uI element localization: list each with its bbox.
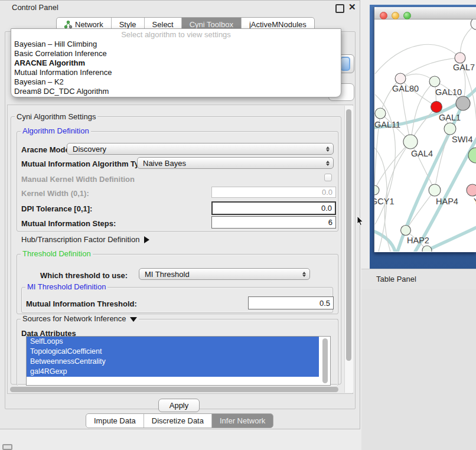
group-title: Threshold Definition [21,250,93,257]
algorithm-option[interactable]: Bayesian – K2 [11,77,341,87]
which-threshold-combo[interactable]: MI Threshold [139,268,310,280]
kernel-width-input[interactable] [211,187,336,198]
minimize-traffic-light[interactable] [392,12,399,19]
expanded-arrow-icon [130,317,137,322]
float-window-icon[interactable] [335,4,344,13]
node-label: GAL1 [439,113,461,122]
bottom-tabs: Impute Data Discretize Data Infer Networ… [86,413,273,428]
network-node[interactable] [401,226,411,236]
group-title: Cyni Algorithm Settings [15,113,97,120]
aracne-mode-label: Aracne Mode: [21,145,72,154]
algorithm-option[interactable]: ARACNE Algorithm [11,58,341,68]
network-node[interactable] [403,135,418,149]
network-node[interactable] [455,53,465,63]
network-tree-icon [64,21,72,28]
sources-group-toggle[interactable]: Sources for Network Inference [21,315,139,322]
combo-stepper-focused[interactable] [340,57,350,71]
which-threshold-label: Which threshold to use: [40,271,128,280]
tab-discretize-data[interactable]: Discretize Data [144,414,211,428]
network-edge [374,231,395,252]
algorithm-option[interactable]: Mutual Information Inference [11,68,341,77]
node-label: GAL4 [411,149,433,158]
table-panel-body: ⚙ ☑☑ ☐☐ shared... name YDL19...YDL19...1… [361,289,476,450]
node-label: GAL11 [374,120,400,129]
attribute-list-item[interactable]: gal4RGexp [27,367,319,377]
manual-kernel-width-label: Manual Kernel Width Definition [21,175,135,184]
network-node[interactable] [429,76,440,87]
aracne-mode-combo[interactable]: Discovery [67,143,334,155]
control-panel-window: Control Panel ✕ Network Style Select [0,0,360,429]
panel-collapse-button[interactable] [2,444,12,450]
tab-impute-data[interactable]: Impute Data [86,414,144,428]
hub-definition-toggle[interactable]: Hub/Transcription Factor Definition [21,235,149,244]
mi-steps-input[interactable] [211,216,336,229]
dpi-tolerance-input[interactable] [211,201,336,215]
close-traffic-light[interactable] [380,12,387,19]
mi-algorithm-type-label: Mutual Information Algorithm Type: [21,159,151,168]
horizontal-scrollbar-thumb[interactable] [10,387,338,392]
network-node[interactable] [375,108,386,119]
algorithm-dropdown-list: Bayesian – Hill ClimbingBasic Correlatio… [11,40,341,96]
mi-algorithm-type-combo[interactable]: Naive Bayes [137,157,334,169]
mouse-cursor [357,216,365,227]
network-node[interactable] [444,123,456,135]
dpi-tolerance-label: DPI Tolerance [0,1]: [21,204,92,213]
apply-button[interactable]: Apply [158,399,200,412]
collapsed-arrow-icon [144,236,149,243]
node-label: GCY1 [374,197,395,206]
network-edge [425,227,476,252]
tab-infer-network[interactable]: Infer Network [211,414,273,428]
network-edge [400,58,460,79]
node-label: HAP2 [407,236,429,245]
group-title: MI Threshold Definition [25,283,107,291]
stepper-icon [324,145,331,154]
network-node[interactable] [395,73,406,84]
network-canvas-svg: GAL7GAL80GAL10GAL1GAL11SWI4GAL4GCY1HAP4Y… [374,19,476,252]
data-attributes-list: SelfLoopsTopologicalCoefficientBetweenne… [26,336,331,386]
table-panel-title: Table Panel [376,275,416,283]
network-view-window: GAL7GAL80GAL10GAL1GAL11SWI4GAL4GCY1HAP4Y… [374,7,476,252]
mi-steps-label: Mutual Information Steps: [21,219,116,228]
control-panel-title: Control Panel [12,3,58,12]
network-node[interactable] [374,185,379,195]
attribute-list-item[interactable]: BetweennessCentrality [27,357,319,367]
network-canvas[interactable]: GAL7GAL80GAL10GAL1GAL11SWI4GAL4GCY1HAP4Y… [374,19,476,252]
network-node[interactable] [456,96,470,110]
node-label: GAL7 [453,63,475,72]
manual-kernel-width-checkbox[interactable] [324,174,332,181]
table-panel-header: Table Panel [361,269,476,289]
node-label: GAL80 [392,84,419,93]
mi-threshold-input[interactable] [248,296,334,309]
network-window-titlebar[interactable] [374,7,476,19]
dropdown-placeholder: Select algorithm to view settings [11,29,341,40]
attribute-list-item[interactable]: TopologicalCoefficient [27,347,319,357]
vertical-scrollbar-thumb[interactable] [346,109,351,361]
network-node[interactable] [431,102,442,113]
close-icon[interactable]: ✕ [348,2,356,12]
node-label: GAL10 [435,87,462,97]
node-label: SWI4 [452,135,472,144]
stepper-icon [301,270,307,279]
network-node[interactable] [429,184,441,196]
node-label: HAP4 [436,197,458,206]
group-title: Algorithm Definition [21,127,91,135]
kernel-width-label: Kernel Width (0,1): [21,189,89,198]
network-node[interactable] [467,184,476,196]
mi-threshold-label: Mutual Information Threshold: [26,299,137,308]
algorithm-option[interactable]: Basic Correlation Inference [11,49,341,58]
algorithm-dropdown-popup: Select algorithm to view settings Bayesi… [11,28,341,97]
attribute-list-item[interactable]: SelfLoops [27,337,319,347]
algorithm-option[interactable]: Bayesian – Hill Climbing [11,40,341,49]
stepper-icon [324,159,331,168]
algorithm-option[interactable]: Dream8 DC_TDC Algorithm [11,87,341,96]
node-label: Y [474,197,476,206]
list-scrollbar-thumb[interactable] [322,338,328,383]
zoom-traffic-light[interactable] [403,12,411,19]
screen: Control Panel ✕ Network Style Select [0,0,476,450]
